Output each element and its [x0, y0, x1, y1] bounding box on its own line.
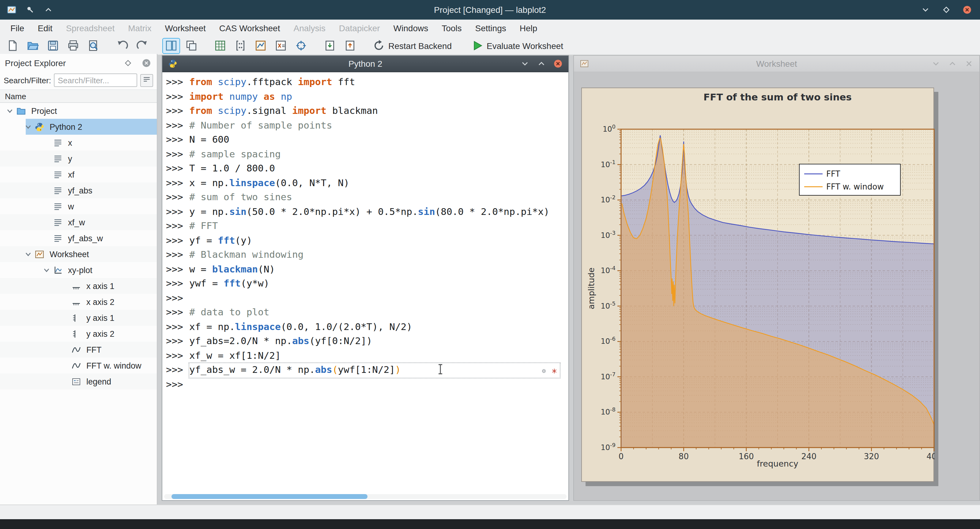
- save-icon: [46, 39, 59, 52]
- save-button[interactable]: [44, 38, 62, 54]
- redo-button[interactable]: [134, 38, 151, 54]
- console-titlebar[interactable]: Python 2: [162, 56, 568, 72]
- worksheet-view[interactable]: 08016024032040010010-110-210-310-410-510…: [574, 72, 979, 500]
- close-window-icon[interactable]: [962, 4, 973, 15]
- expander-spacer: [43, 170, 51, 179]
- worksheet-titlebar[interactable]: Worksheet: [574, 56, 979, 72]
- tree-item-yf-abs-w[interactable]: yf_abs_w: [0, 230, 157, 246]
- worksheet-page[interactable]: 08016024032040010010-110-210-310-410-510…: [581, 87, 934, 482]
- tree-item-xf[interactable]: xf: [0, 167, 157, 183]
- search-input[interactable]: [54, 73, 137, 87]
- menu-cas-worksheet[interactable]: CAS Worksheet: [213, 20, 287, 37]
- scrollbar-thumb[interactable]: [172, 494, 368, 499]
- new-datapicker-button[interactable]: [292, 38, 310, 54]
- evaluate-worksheet-button[interactable]: Evaluate Worksheet: [468, 38, 569, 54]
- tree-item-y-axis-1[interactable]: y axis 1: [0, 310, 157, 326]
- redo-icon: [136, 39, 149, 52]
- expander-spacer: [61, 313, 70, 322]
- tree-item-w[interactable]: w: [0, 199, 157, 214]
- cascade-windows-button[interactable]: [183, 38, 200, 54]
- expander-icon[interactable]: [43, 266, 51, 274]
- tree-item-label: x axis 1: [86, 281, 115, 291]
- tree-item-y-axis-2[interactable]: y axis 2: [0, 326, 157, 342]
- console-line: >>>: [166, 291, 565, 305]
- minimize-worksheet-icon[interactable]: [931, 58, 942, 69]
- tree-item-x[interactable]: x: [0, 135, 157, 151]
- svg-text:FFT w. window: FFT w. window: [826, 182, 884, 191]
- close-subwindow-icon[interactable]: [552, 58, 563, 69]
- fft-plot[interactable]: 08016024032040010010-110-210-310-410-510…: [582, 88, 935, 483]
- expander-spacer: [61, 377, 70, 386]
- menu-tools[interactable]: Tools: [435, 20, 468, 37]
- maximize-subwindow-icon[interactable]: [536, 58, 547, 69]
- expander-spacer: [43, 138, 51, 147]
- entry-remove-icon[interactable]: [550, 365, 558, 379]
- console-session[interactable]: >>>from scipy.fftpack import fft>>>impor…: [162, 72, 568, 500]
- new-matrix-button[interactable]: [232, 38, 249, 54]
- pin-icon[interactable]: [24, 4, 35, 15]
- svg-text:amplitude: amplitude: [587, 268, 596, 309]
- minimize-window-icon[interactable]: [920, 4, 931, 15]
- close-worksheet-icon[interactable]: [964, 58, 975, 69]
- command-text: yf = fft(y): [189, 234, 560, 248]
- tree-item-x-axis-1[interactable]: x axis 1: [0, 278, 157, 294]
- close-panel-icon[interactable]: [141, 57, 152, 68]
- float-panel-icon[interactable]: [123, 57, 134, 68]
- expander-icon[interactable]: [6, 106, 15, 115]
- print-preview-button[interactable]: [84, 38, 102, 54]
- print-button[interactable]: [64, 38, 82, 54]
- undo-button[interactable]: [113, 38, 131, 54]
- command-entry-current[interactable]: yf_abs_w = 2.0/N * np.abs(ywf[1:N/2]): [189, 363, 560, 378]
- tile-windows-icon: [165, 39, 178, 52]
- menu-file[interactable]: File: [4, 20, 31, 37]
- tree-item-y[interactable]: y: [0, 151, 157, 167]
- new-cas-worksheet-button[interactable]: [272, 38, 290, 54]
- menu-windows[interactable]: Windows: [387, 20, 435, 37]
- tree-item-label: x axis 2: [86, 297, 115, 307]
- new-file-button[interactable]: [4, 38, 21, 54]
- new-worksheet-button[interactable]: [252, 38, 269, 54]
- open-file-button[interactable]: [24, 38, 41, 54]
- tree-item-yf-abs[interactable]: yf_abs: [0, 183, 157, 199]
- search-label: Search/Filter:: [4, 76, 51, 85]
- tree-item-worksheet[interactable]: Worksheet: [0, 246, 157, 262]
- filter-options-button[interactable]: [140, 74, 153, 87]
- tile-windows-button[interactable]: [162, 38, 180, 54]
- console-line: >>>xf = np.linspace(0.0, 1.0/(2.0*T), N/…: [166, 320, 565, 334]
- menu-help[interactable]: Help: [513, 20, 544, 37]
- shade-window-icon[interactable]: [43, 4, 54, 15]
- expander-icon[interactable]: [24, 250, 33, 258]
- tree-item-x-axis-2[interactable]: x axis 2: [0, 294, 157, 310]
- command-text: x = np.linspace(0.0, N*T, N): [189, 176, 560, 191]
- tree-item-fft[interactable]: FFT: [0, 342, 157, 357]
- new-spreadsheet-button[interactable]: [211, 38, 229, 54]
- menu-datapicker: Datapicker: [332, 20, 387, 37]
- menu-settings[interactable]: Settings: [469, 20, 513, 37]
- tree-item-legend[interactable]: legend: [0, 373, 157, 389]
- project-explorer-header: Project Explorer: [0, 54, 157, 72]
- new-matrix-icon: [234, 39, 247, 52]
- horizontal-scrollbar[interactable]: [164, 494, 566, 499]
- expander-icon[interactable]: [24, 122, 33, 131]
- menu-worksheet[interactable]: Worksheet: [158, 20, 212, 37]
- tree-item-xf-w[interactable]: xf_w: [0, 214, 157, 230]
- prompt: >>>: [166, 75, 189, 90]
- minimize-subwindow-icon[interactable]: [519, 58, 530, 69]
- prompt: >>>: [166, 234, 189, 248]
- tree-item-project[interactable]: Project: [0, 103, 157, 119]
- expander-spacer: [61, 361, 70, 370]
- console-line: >>>w = blackman(N): [166, 262, 565, 277]
- restart-backend-button[interactable]: Restart Backend: [370, 38, 457, 54]
- svg-text:FFT: FFT: [826, 169, 840, 178]
- menu-edit[interactable]: Edit: [31, 20, 59, 37]
- tree-item-fft-w-window[interactable]: FFT w. window: [0, 357, 157, 373]
- entry-settings-icon[interactable]: [540, 365, 547, 379]
- evaluate-worksheet-icon: [471, 39, 484, 52]
- export-button[interactable]: [341, 38, 359, 54]
- maximize-window-icon[interactable]: [941, 4, 952, 15]
- tree-item-xy-plot[interactable]: xy-plot: [0, 262, 157, 278]
- tree-item-python-2[interactable]: Python 2: [0, 119, 157, 135]
- import-button[interactable]: [321, 38, 339, 54]
- maximize-worksheet-icon[interactable]: [947, 58, 958, 69]
- command-text: # Blackman windowing: [189, 248, 560, 262]
